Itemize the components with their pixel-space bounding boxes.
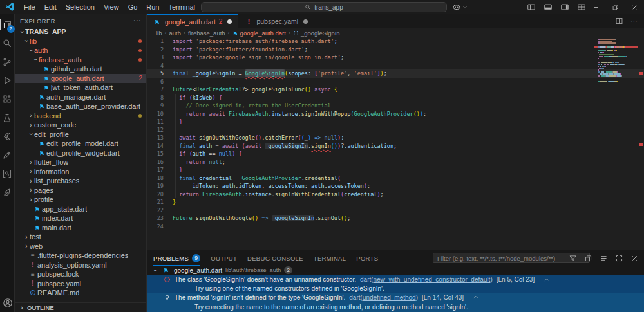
restore-icon[interactable] <box>605 0 625 14</box>
file-README.md[interactable]: README.md <box>15 288 146 298</box>
problem-row-3[interactable]: The method 'signIn' isn't defined for th… <box>147 293 644 302</box>
folder-flutter_flow[interactable]: ›flutter_flow <box>15 158 146 167</box>
problem-row-2[interactable]: Try using one of the named constructors … <box>147 284 644 293</box>
command-center-search[interactable]: trans_app <box>201 2 447 12</box>
file-pubspec.lock[interactable]: ≡pubspec.lock <box>15 270 146 279</box>
toggle-secondary-sidebar-icon[interactable] <box>560 3 569 12</box>
extensions-icon[interactable] <box>0 91 15 107</box>
tab-google_auth.dart[interactable]: google_auth.dart2 <box>147 14 238 28</box>
close-panel-icon[interactable] <box>630 254 639 262</box>
menu-go[interactable]: Go <box>124 0 142 14</box>
close-icon[interactable] <box>625 0 644 14</box>
code-line-24[interactable]: 24 <box>147 223 644 231</box>
breadcrumb-firebase_auth[interactable]: firebase_auth <box>188 30 225 37</box>
folder-profile[interactable]: ›profile <box>15 195 146 205</box>
file-base_auth_user_provider.dart[interactable]: base_auth_user_provider.dart <box>15 102 146 111</box>
flutter-icon[interactable] <box>0 129 15 144</box>
panel-tab-output[interactable]: OUTPUT <box>211 250 237 266</box>
problem-code-link[interactable]: undefined_method <box>363 294 416 301</box>
problem-code-link[interactable]: new_with_undefined_constructor_default <box>374 276 491 283</box>
file-app_state.dart[interactable]: app_state.dart <box>15 205 146 214</box>
code-line-9[interactable]: 9 // Once signed in, return the UserCred… <box>147 102 644 110</box>
code-line-14[interactable]: 14 final auth = await (await _googleSign… <box>147 142 644 151</box>
folder-lib[interactable]: ›lib <box>15 37 146 46</box>
search-editor-icon[interactable] <box>0 166 15 181</box>
folder-pages[interactable]: ›pages <box>15 186 146 196</box>
folder-edit_profile[interactable]: ›edit_profile <box>15 130 146 140</box>
maximize-panel-icon[interactable] <box>615 254 623 262</box>
code-line-8[interactable]: 8 if (kIsWeb) { <box>147 94 644 102</box>
panel-tab-terminal[interactable]: TERMINAL <box>314 250 346 266</box>
code-line-7[interactable]: 7Future<UserCredential?> googleSignInFun… <box>147 86 644 94</box>
panel-tab-ports[interactable]: PORTS <box>356 250 378 266</box>
breadcrumb-_googleSignIn[interactable]: _googleSignIn <box>293 30 340 37</box>
testing-icon[interactable] <box>0 110 15 125</box>
folder-TRANS_APP[interactable]: ›TRANS_APP <box>15 27 146 37</box>
code-line-5[interactable]: 5final _googleSignIn = GoogleSignIn(scop… <box>147 69 644 78</box>
source-control-icon[interactable] <box>0 54 15 69</box>
file-auth_manager.dart[interactable]: auth_manager.dart <box>15 93 146 102</box>
folder-test[interactable]: ›test <box>15 232 146 242</box>
menu-selection[interactable]: Selection <box>61 0 99 14</box>
file-index.dart[interactable]: index.dart <box>15 214 146 223</box>
folder-custom_code[interactable]: ›custom_code <box>15 120 146 130</box>
code-line-22[interactable]: 22 <box>147 206 644 215</box>
code-line-11[interactable]: 11 } <box>147 118 644 126</box>
problem-row-4[interactable]: Try correcting the name to the name of a… <box>147 302 644 312</box>
code-line-21[interactable]: 21} <box>147 198 644 206</box>
minimize-icon[interactable] <box>586 0 605 14</box>
code-editor[interactable]: 1import 'package:firebase_auth/firebase_… <box>147 37 644 250</box>
code-line-20[interactable]: 20 return FirebaseAuth.instance.signInWi… <box>147 190 644 199</box>
code-line-16[interactable]: 16 return null; <box>147 158 644 167</box>
code-line-6[interactable]: 6 <box>147 78 644 86</box>
problems-file-group[interactable]: › google_auth.dart lib\auth\firebase_aut… <box>147 266 644 275</box>
menu-terminal[interactable]: Terminal <box>164 0 200 14</box>
firebase-icon[interactable] <box>0 185 15 200</box>
code-line-2[interactable]: 2import 'package:flutter/foundation.dart… <box>147 46 644 54</box>
panel-tab-problems[interactable]: PROBLEMS9 <box>153 250 200 266</box>
code-line-23[interactable]: 23Future signOutWithGoogle() => _googleS… <box>147 214 644 223</box>
explorer-icon[interactable]: 2 <box>0 17 15 32</box>
copilot-icon[interactable] <box>452 3 468 12</box>
toggle-panel-icon[interactable] <box>544 3 553 12</box>
folder-list_purchases[interactable]: ›list_purchases <box>15 176 146 186</box>
panel-tab-debug-console[interactable]: DEBUG CONSOLE <box>247 250 303 266</box>
folder-auth[interactable]: ›auth <box>15 46 146 55</box>
code-line-4[interactable]: 4 <box>147 62 644 70</box>
file-.flutter-plugins-dependencies[interactable]: ≡.flutter-plugins-dependencies <box>15 251 146 261</box>
tab-pubspec.yaml[interactable]: !pubspec.yaml <box>238 14 314 28</box>
file-jwt_token_auth.dart[interactable]: jwt_token_auth.dart <box>15 83 146 93</box>
split-editor-icon[interactable] <box>615 17 623 25</box>
search-icon[interactable] <box>0 35 15 51</box>
breadcrumb-google_auth.dart[interactable]: google_auth.dart <box>232 30 286 37</box>
file-edit_profile_widget.dart[interactable]: edit_profile_widget.dart <box>15 149 146 158</box>
edit-tools-icon[interactable] <box>0 147 15 163</box>
breadcrumb-auth[interactable]: auth <box>169 30 182 37</box>
customize-layout-icon[interactable] <box>577 3 586 12</box>
toggle-sidebar-icon[interactable] <box>527 3 536 12</box>
code-line-13[interactable]: 13 await signOutWithGoogle().catchError(… <box>147 134 644 142</box>
collapse-chevron-icon[interactable] <box>473 294 479 300</box>
problem-row-1[interactable]: The class 'GoogleSignIn' doesn't have an… <box>147 275 644 284</box>
run-debug-icon[interactable] <box>0 73 15 88</box>
problems-filter[interactable] <box>433 253 590 263</box>
menu-file[interactable]: File <box>19 0 40 14</box>
more-actions-icon[interactable]: ⋯ <box>630 17 638 25</box>
code-line-15[interactable]: 15 if (auth == null) { <box>147 150 644 158</box>
folder-web[interactable]: ›web <box>15 242 146 252</box>
menu-edit[interactable]: Edit <box>40 0 61 14</box>
file-google_auth.dart[interactable]: google_auth.dart2 <box>15 74 146 84</box>
code-line-19[interactable]: 19 idToken: auth.idToken, accessToken: a… <box>147 182 644 190</box>
menu-view[interactable]: View <box>99 0 124 14</box>
file-edit_profile_model.dart[interactable]: edit_profile_model.dart <box>15 139 146 149</box>
folder-backend[interactable]: ›backend <box>15 111 146 121</box>
filter-icon[interactable] <box>569 254 577 262</box>
folder-firebase_auth[interactable]: ›firebase_auth <box>15 55 146 65</box>
filter-input[interactable] <box>433 253 589 262</box>
account-icon[interactable] <box>0 298 15 308</box>
outline-section[interactable]: › OUTLINE <box>15 302 146 312</box>
more-actions-icon[interactable]: ⋯ <box>133 16 141 25</box>
menu-run[interactable]: Run <box>142 0 164 14</box>
collapse-all-icon[interactable] <box>584 254 592 262</box>
minimap[interactable] <box>598 39 635 85</box>
